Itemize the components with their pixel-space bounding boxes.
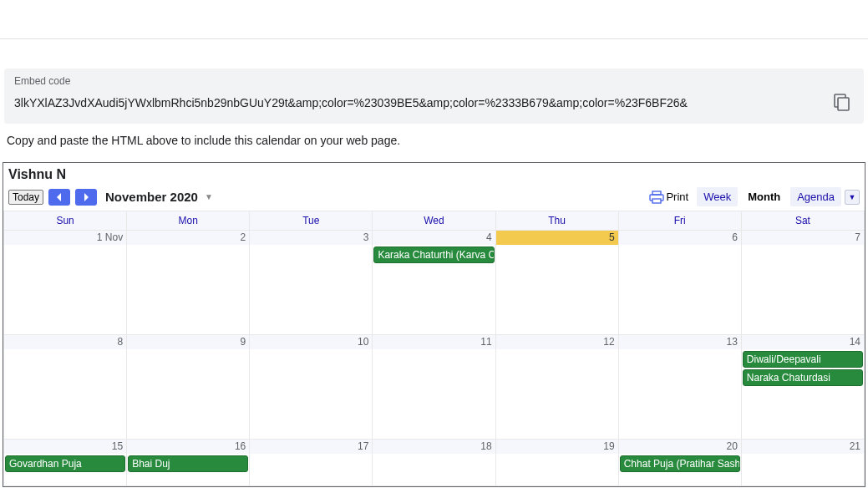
calendar-event[interactable]: Chhat Puja (Pratihar Sashthi/Surya Sasht… — [620, 455, 740, 472]
tab-month[interactable]: Month — [741, 187, 787, 206]
date-label: 5 — [496, 231, 618, 245]
weekday-header: Wed — [373, 211, 495, 231]
calendar-day-cell[interactable]: 3 — [250, 231, 373, 335]
embed-code-text[interactable]: 3lkYXlAZ3JvdXAudi5jYWxlbmRhci5nb29nbGUuY… — [14, 96, 824, 109]
date-label: 4 — [373, 231, 495, 245]
calendar-event[interactable]: Bhai Duj — [128, 455, 248, 472]
prev-month-button[interactable] — [48, 189, 70, 206]
calendar-title: Vishnu N — [8, 167, 860, 182]
embed-section: Embed code 3lkYXlAZ3JvdXAudi5jYWxlbmRhci… — [4, 69, 864, 147]
chevron-right-icon — [83, 193, 89, 201]
weekday-header: Mon — [127, 211, 250, 231]
date-label: 14 — [742, 335, 864, 349]
date-label: 16 — [127, 440, 249, 454]
calendar-day-cell[interactable]: 19 — [495, 440, 618, 486]
embed-help-text: Copy and paste the HTML above to include… — [7, 134, 864, 147]
embed-code-row: 3lkYXlAZ3JvdXAudi5jYWxlbmRhci5nb29nbGUuY… — [14, 90, 854, 115]
date-label: 1 Nov — [4, 231, 126, 245]
svg-rect-1 — [838, 98, 849, 110]
chevron-down-icon: ▼ — [205, 192, 213, 201]
calendar-frame: Vishnu N Today November 2020 ▼ Print Wee… — [3, 162, 865, 487]
print-button[interactable]: Print — [649, 191, 688, 204]
weekday-header: Tue — [250, 211, 373, 231]
view-dropdown-icon[interactable]: ▼ — [845, 190, 860, 205]
calendar-day-cell[interactable]: 20Chhat Puja (Pratihar Sashthi/Surya Sas… — [618, 440, 741, 486]
date-label: 20 — [619, 440, 741, 454]
calendar-event[interactable]: Naraka Chaturdasi — [743, 369, 863, 386]
chevron-left-icon — [56, 193, 63, 201]
calendar-day-cell[interactable]: 15Govardhan Puja — [4, 440, 127, 486]
calendar-week-row: 1 Nov234Karaka Chaturthi (Karva Chauth)5… — [4, 231, 865, 335]
date-label: 19 — [496, 440, 618, 454]
calendar-day-cell[interactable]: 13 — [618, 335, 741, 440]
date-label: 7 — [742, 231, 864, 245]
embed-code-box: Embed code 3lkYXlAZ3JvdXAudi5jYWxlbmRhci… — [4, 69, 864, 124]
date-label: 8 — [4, 335, 126, 349]
weekday-header: Thu — [495, 211, 618, 231]
date-label: 15 — [4, 440, 126, 454]
embed-label: Embed code — [14, 75, 854, 87]
calendar-header: Vishnu N — [3, 163, 865, 185]
date-label: 13 — [619, 335, 741, 349]
calendar-day-cell[interactable]: 1 Nov — [4, 231, 127, 335]
weekday-header: Sat — [741, 211, 864, 231]
calendar-day-cell[interactable]: 7 — [741, 231, 864, 335]
calendar-week-row: 15Govardhan Puja16Bhai Duj17181920Chhat … — [4, 440, 865, 486]
page-top-divider — [0, 0, 868, 39]
date-label: 3 — [250, 231, 372, 245]
date-label: 17 — [250, 440, 372, 454]
view-tabs: Week Month Agenda ▼ — [693, 187, 860, 206]
calendar-week-row: 891011121314Diwali/DeepavaliNaraka Chatu… — [4, 335, 865, 440]
calendar-day-cell[interactable]: 16Bhai Duj — [127, 440, 250, 486]
weekday-header-row: Sun Mon Tue Wed Thu Fri Sat — [4, 211, 865, 231]
calendar-day-cell[interactable]: 8 — [4, 335, 127, 440]
month-label-text: November 2020 — [105, 190, 198, 204]
calendar-event[interactable]: Govardhan Puja — [5, 455, 125, 472]
print-label: Print — [666, 191, 688, 203]
calendar-day-cell[interactable]: 2 — [127, 231, 250, 335]
date-label: 6 — [619, 231, 741, 245]
date-label: 12 — [496, 335, 618, 349]
calendar-event[interactable]: Karaka Chaturthi (Karva Chauth) — [373, 247, 494, 263]
calendar-day-cell[interactable]: 6 — [618, 231, 741, 335]
copy-icon[interactable] — [830, 90, 854, 115]
calendar-grid: Sun Mon Tue Wed Thu Fri Sat 1 Nov234Kara… — [3, 211, 865, 486]
today-button[interactable]: Today — [8, 190, 43, 205]
calendar-event[interactable]: Diwali/Deepavali — [743, 351, 863, 368]
date-label: 9 — [127, 335, 249, 349]
calendar-day-cell[interactable]: 17 — [250, 440, 373, 486]
date-label: 10 — [250, 335, 372, 349]
calendar-day-cell[interactable]: 21 — [741, 440, 864, 486]
date-label: 2 — [127, 231, 249, 245]
date-label: 11 — [373, 335, 495, 349]
date-label: 18 — [373, 440, 495, 454]
svg-rect-4 — [652, 199, 661, 203]
calendar-day-cell[interactable]: 11 — [373, 335, 495, 440]
calendar-day-cell[interactable]: 5 — [495, 231, 618, 335]
calendar-day-cell[interactable]: 14Diwali/DeepavaliNaraka Chaturdasi — [741, 335, 864, 440]
month-picker[interactable]: November 2020 ▼ — [105, 190, 213, 204]
date-label: 21 — [742, 440, 864, 454]
calendar-day-cell[interactable]: 4Karaka Chaturthi (Karva Chauth) — [373, 231, 495, 335]
calendar-day-cell[interactable]: 10 — [250, 335, 373, 440]
calendar-day-cell[interactable]: 9 — [127, 335, 250, 440]
weekday-header: Fri — [618, 211, 741, 231]
printer-icon — [649, 191, 664, 204]
calendar-toolbar: Today November 2020 ▼ Print Week Month A… — [3, 185, 865, 211]
tab-week[interactable]: Week — [697, 187, 738, 206]
next-month-button[interactable] — [75, 189, 97, 206]
weekday-header: Sun — [4, 211, 127, 231]
tab-agenda[interactable]: Agenda — [790, 187, 841, 206]
calendar-day-cell[interactable]: 12 — [495, 335, 618, 440]
calendar-day-cell[interactable]: 18 — [373, 440, 495, 486]
